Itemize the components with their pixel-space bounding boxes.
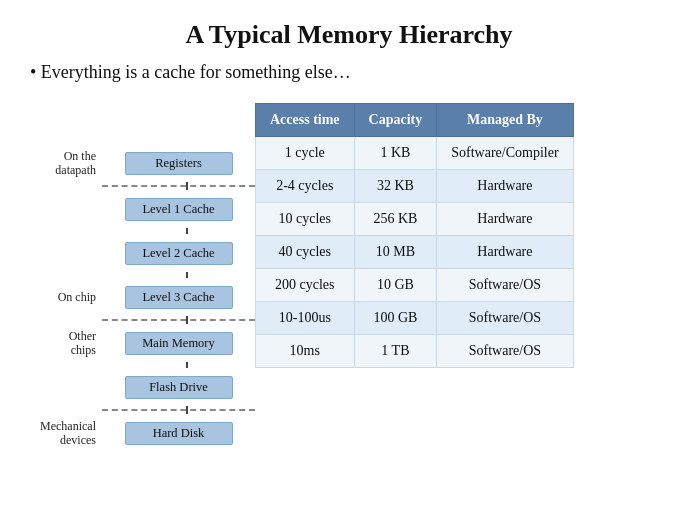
col-header-managed: Managed By — [437, 104, 573, 137]
table-row: 10ms1 TBSoftware/OS — [256, 335, 574, 368]
col-header-access: Access time — [256, 104, 355, 137]
box-hard-disk: Hard Disk — [125, 422, 233, 445]
box-registers: Registers — [125, 152, 233, 175]
diagram-row-l2: Level 2 Cache — [30, 234, 255, 272]
cell-access-4: 200 cycles — [256, 269, 355, 302]
cell-capacity-5: 100 GB — [354, 302, 437, 335]
cell-managed-4: Software/OS — [437, 269, 573, 302]
cell-capacity-2: 256 KB — [354, 203, 437, 236]
label-mechanical: Mechanicaldevices — [30, 419, 102, 448]
cell-capacity-1: 32 KB — [354, 170, 437, 203]
cell-access-1: 2-4 cycles — [256, 170, 355, 203]
cell-capacity-6: 1 TB — [354, 335, 437, 368]
diagram-row-l1: Level 1 Cache — [30, 190, 255, 228]
box-main-memory: Main Memory — [125, 332, 233, 355]
table-row: 2-4 cycles32 KBHardware — [256, 170, 574, 203]
box-l1: Level 1 Cache — [125, 198, 233, 221]
hierarchy-diagram: On thedatapath Registers Level 1 Cache — [30, 103, 255, 452]
box-l3: Level 3 Cache — [125, 286, 233, 309]
diagram-row-hard-disk: Mechanicaldevices Hard Disk — [30, 414, 255, 452]
subtitle: Everything is a cache for something else… — [30, 62, 668, 83]
cell-access-0: 1 cycle — [256, 137, 355, 170]
memory-table-container: Access time Capacity Managed By 1 cycle1… — [255, 103, 668, 452]
memory-table: Access time Capacity Managed By 1 cycle1… — [255, 103, 574, 368]
table-row: 10-100us100 GBSoftware/OS — [256, 302, 574, 335]
table-row: 40 cycles10 MBHardware — [256, 236, 574, 269]
cell-capacity-0: 1 KB — [354, 137, 437, 170]
table-row: 10 cycles256 KBHardware — [256, 203, 574, 236]
col-header-capacity: Capacity — [354, 104, 437, 137]
cell-access-6: 10ms — [256, 335, 355, 368]
box-flash: Flash Drive — [125, 376, 233, 399]
box-l2: Level 2 Cache — [125, 242, 233, 265]
diagram-row-l3: On chip Level 3 Cache — [30, 278, 255, 316]
cell-managed-5: Software/OS — [437, 302, 573, 335]
cell-capacity-4: 10 GB — [354, 269, 437, 302]
cell-capacity-3: 10 MB — [354, 236, 437, 269]
cell-access-3: 40 cycles — [256, 236, 355, 269]
label-on-datapath: On thedatapath — [30, 149, 102, 178]
cell-managed-3: Hardware — [437, 236, 573, 269]
cell-managed-2: Hardware — [437, 203, 573, 236]
diagram-row-flash: Flash Drive — [30, 368, 255, 406]
cell-managed-1: Hardware — [437, 170, 573, 203]
cell-managed-0: Software/Compiler — [437, 137, 573, 170]
cell-access-2: 10 cycles — [256, 203, 355, 236]
main-layout: On thedatapath Registers Level 1 Cache — [30, 103, 668, 452]
diagram-row-main-memory: Otherchips Main Memory — [30, 324, 255, 362]
cell-managed-6: Software/OS — [437, 335, 573, 368]
label-on-chip: On chip — [30, 290, 102, 304]
table-row: 200 cycles10 GBSoftware/OS — [256, 269, 574, 302]
diagram-row-registers: On thedatapath Registers — [30, 144, 255, 182]
page-title: A Typical Memory Hierarchy — [30, 20, 668, 50]
cell-access-5: 10-100us — [256, 302, 355, 335]
table-row: 1 cycle1 KBSoftware/Compiler — [256, 137, 574, 170]
label-other-chips: Otherchips — [30, 329, 102, 358]
